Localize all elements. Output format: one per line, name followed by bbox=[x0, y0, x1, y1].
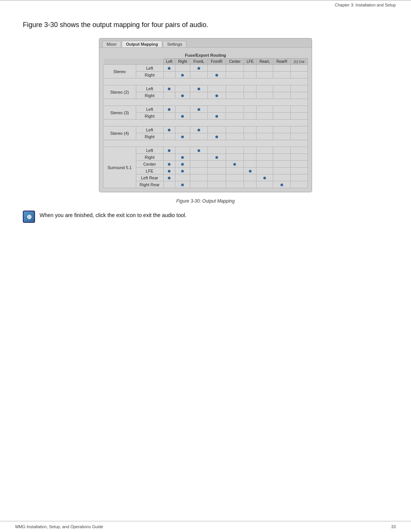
tab-settings[interactable]: Settings bbox=[163, 41, 186, 47]
routing-cell[interactable] bbox=[291, 106, 308, 113]
routing-cell[interactable] bbox=[190, 113, 208, 120]
routing-cell[interactable] bbox=[226, 72, 244, 78]
routing-cell[interactable] bbox=[273, 161, 291, 168]
routing-cell[interactable] bbox=[163, 161, 175, 168]
routing-cell[interactable] bbox=[244, 174, 256, 181]
routing-cell[interactable] bbox=[190, 133, 208, 140]
routing-cell[interactable] bbox=[226, 174, 244, 181]
routing-cell[interactable] bbox=[175, 65, 190, 72]
routing-cell[interactable] bbox=[226, 154, 244, 161]
routing-cell[interactable] bbox=[244, 72, 256, 78]
routing-cell[interactable] bbox=[256, 65, 273, 72]
routing-cell[interactable] bbox=[273, 106, 291, 113]
routing-cell[interactable] bbox=[207, 168, 226, 174]
routing-cell[interactable] bbox=[190, 126, 208, 133]
routing-cell[interactable] bbox=[190, 85, 208, 92]
routing-cell[interactable] bbox=[207, 92, 226, 99]
routing-cell[interactable] bbox=[163, 92, 175, 99]
routing-cell[interactable] bbox=[291, 113, 308, 120]
routing-cell[interactable] bbox=[190, 106, 208, 113]
routing-cell[interactable] bbox=[207, 133, 226, 140]
routing-cell[interactable] bbox=[175, 92, 190, 99]
routing-cell[interactable] bbox=[244, 85, 256, 92]
routing-cell[interactable] bbox=[256, 92, 273, 99]
routing-cell[interactable] bbox=[226, 65, 244, 72]
routing-cell[interactable] bbox=[190, 181, 208, 188]
routing-cell[interactable] bbox=[291, 92, 308, 99]
routing-cell[interactable] bbox=[256, 147, 273, 154]
routing-cell[interactable] bbox=[163, 147, 175, 154]
routing-cell[interactable] bbox=[163, 154, 175, 161]
routing-cell[interactable] bbox=[273, 72, 291, 78]
routing-cell[interactable] bbox=[244, 168, 256, 174]
routing-cell[interactable] bbox=[256, 72, 273, 78]
routing-cell[interactable] bbox=[256, 181, 273, 188]
routing-cell[interactable] bbox=[291, 147, 308, 154]
routing-cell[interactable] bbox=[226, 126, 244, 133]
routing-cell[interactable] bbox=[207, 147, 226, 154]
routing-cell[interactable] bbox=[256, 161, 273, 168]
routing-cell[interactable] bbox=[244, 161, 256, 168]
routing-cell[interactable] bbox=[163, 181, 175, 188]
routing-cell[interactable] bbox=[207, 113, 226, 120]
routing-cell[interactable] bbox=[163, 113, 175, 120]
routing-cell[interactable] bbox=[273, 133, 291, 140]
routing-cell[interactable] bbox=[175, 106, 190, 113]
routing-cell[interactable] bbox=[256, 106, 273, 113]
routing-cell[interactable] bbox=[226, 147, 244, 154]
routing-cell[interactable] bbox=[163, 85, 175, 92]
routing-cell[interactable] bbox=[291, 72, 308, 78]
routing-cell[interactable] bbox=[175, 85, 190, 92]
routing-cell[interactable] bbox=[163, 106, 175, 113]
routing-cell[interactable] bbox=[207, 174, 226, 181]
routing-cell[interactable] bbox=[256, 133, 273, 140]
tab-output-mapping[interactable]: Output Mapping bbox=[122, 41, 162, 47]
routing-cell[interactable] bbox=[190, 168, 208, 174]
routing-cell[interactable] bbox=[226, 106, 244, 113]
routing-cell[interactable] bbox=[175, 133, 190, 140]
routing-cell[interactable] bbox=[207, 126, 226, 133]
routing-cell[interactable] bbox=[175, 154, 190, 161]
routing-cell[interactable] bbox=[273, 174, 291, 181]
routing-cell[interactable] bbox=[226, 113, 244, 120]
routing-cell[interactable] bbox=[163, 126, 175, 133]
routing-cell[interactable] bbox=[256, 168, 273, 174]
routing-cell[interactable] bbox=[226, 133, 244, 140]
routing-cell[interactable] bbox=[207, 65, 226, 72]
routing-cell[interactable] bbox=[207, 154, 226, 161]
routing-cell[interactable] bbox=[291, 161, 308, 168]
routing-cell[interactable] bbox=[226, 168, 244, 174]
routing-cell[interactable] bbox=[207, 181, 226, 188]
routing-cell[interactable] bbox=[244, 154, 256, 161]
routing-cell[interactable] bbox=[175, 174, 190, 181]
routing-cell[interactable] bbox=[244, 106, 256, 113]
routing-cell[interactable] bbox=[190, 92, 208, 99]
routing-cell[interactable] bbox=[273, 92, 291, 99]
routing-cell[interactable] bbox=[291, 168, 308, 174]
routing-cell[interactable] bbox=[175, 181, 190, 188]
routing-cell[interactable] bbox=[207, 85, 226, 92]
routing-cell[interactable] bbox=[190, 161, 208, 168]
routing-cell[interactable] bbox=[244, 92, 256, 99]
routing-cell[interactable] bbox=[190, 174, 208, 181]
routing-cell[interactable] bbox=[175, 72, 190, 78]
routing-cell[interactable] bbox=[244, 133, 256, 140]
routing-cell[interactable] bbox=[163, 168, 175, 174]
routing-cell[interactable] bbox=[273, 168, 291, 174]
routing-cell[interactable] bbox=[244, 65, 256, 72]
routing-cell[interactable] bbox=[273, 65, 291, 72]
routing-cell[interactable] bbox=[175, 113, 190, 120]
routing-cell[interactable] bbox=[273, 147, 291, 154]
routing-cell[interactable] bbox=[273, 85, 291, 92]
routing-cell[interactable] bbox=[291, 126, 308, 133]
routing-cell[interactable] bbox=[163, 65, 175, 72]
routing-cell[interactable] bbox=[226, 92, 244, 99]
tab-mixer[interactable]: Mixer bbox=[102, 41, 121, 47]
routing-cell[interactable] bbox=[244, 181, 256, 188]
routing-cell[interactable] bbox=[190, 154, 208, 161]
routing-cell[interactable] bbox=[291, 154, 308, 161]
routing-cell[interactable] bbox=[291, 85, 308, 92]
routing-cell[interactable] bbox=[256, 113, 273, 120]
routing-cell[interactable] bbox=[256, 85, 273, 92]
routing-cell[interactable] bbox=[190, 65, 208, 72]
